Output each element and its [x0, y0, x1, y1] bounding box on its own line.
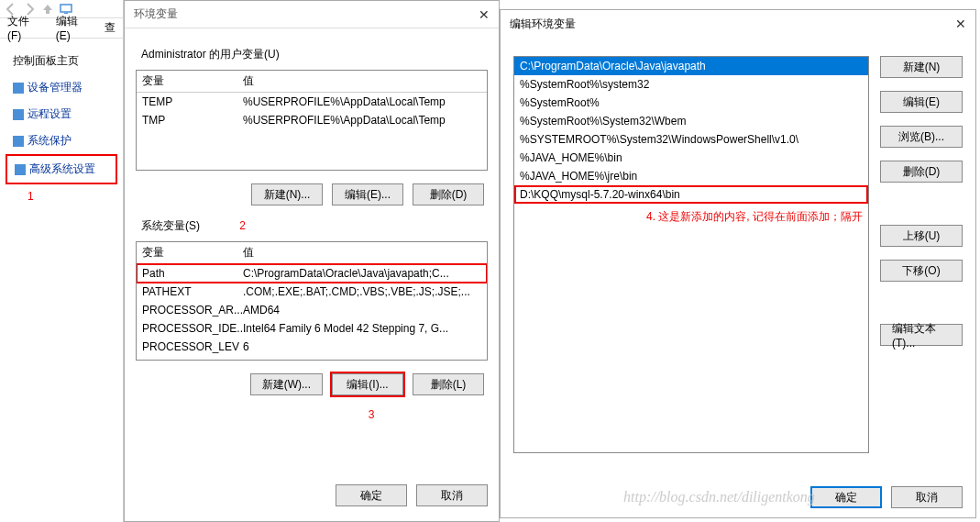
- svg-rect-0: [61, 5, 72, 12]
- list-item[interactable]: %JAVA_HOME%\bin: [514, 149, 868, 167]
- col-variable[interactable]: 变量: [137, 242, 237, 263]
- menu-view[interactable]: 查: [101, 18, 119, 38]
- dialog-title: 环境变量: [134, 6, 178, 22]
- cancel-button[interactable]: 取消: [891, 486, 963, 508]
- table-row[interactable]: PROCESSOR_IDE...Intel64 Family 6 Model 4…: [137, 319, 487, 338]
- side-links: 控制面板主页 设备管理器 远程设置 系统保护 高级系统设置 1: [0, 39, 123, 212]
- list-item[interactable]: %SYSTEMROOT%\System32\WindowsPowerShell\…: [514, 130, 868, 149]
- col-value[interactable]: 值: [237, 71, 487, 92]
- user-new-button[interactable]: 新建(N)...: [251, 183, 323, 205]
- system-vars-label: 系统变量(S) 2: [141, 218, 488, 234]
- col-variable[interactable]: 变量: [137, 71, 237, 92]
- move-up-button[interactable]: 上移(U): [880, 225, 963, 247]
- browse-button[interactable]: 浏览(B)...: [880, 126, 963, 148]
- dialog-title: 编辑环境变量: [510, 17, 576, 32]
- path-list[interactable]: C:\ProgramData\Oracle\Java\javapath %Sys…: [513, 56, 869, 453]
- ok-button[interactable]: 确定: [810, 486, 882, 508]
- side-buttons: 新建(N) 编辑(E) 浏览(B)... 删除(D) 上移(U) 下移(O) 编…: [880, 56, 963, 453]
- link-advanced-settings[interactable]: 高级系统设置: [6, 154, 117, 184]
- table-row-path[interactable]: PathC:\ProgramData\Oracle\Java\javapath;…: [137, 264, 487, 283]
- link-remote-settings[interactable]: 远程设置: [6, 101, 117, 128]
- close-icon[interactable]: ✕: [955, 17, 966, 31]
- link-device-manager[interactable]: 设备管理器: [6, 74, 117, 101]
- dialog-title-bar: 环境变量 ✕: [125, 1, 499, 28]
- sys-new-button[interactable]: 新建(W)...: [250, 373, 323, 395]
- list-item[interactable]: %SystemRoot%\system32: [514, 75, 868, 94]
- table-row[interactable]: PROCESSOR_LEV6: [137, 338, 487, 356]
- shield-icon: [13, 83, 24, 94]
- annotation-1: 1: [6, 190, 117, 203]
- sys-edit-button[interactable]: 编辑(I)...: [332, 373, 403, 395]
- close-icon[interactable]: ✕: [479, 7, 490, 22]
- system-vars-list[interactable]: 变量 值 PathC:\ProgramData\Oracle\Java\java…: [136, 241, 488, 361]
- sys-delete-button[interactable]: 删除(L): [413, 373, 484, 395]
- user-vars-list[interactable]: 变量 值 TEMP%USERPROFILE%\AppData\Local\Tem…: [136, 70, 488, 171]
- user-vars-label: Administrator 的用户变量(U): [141, 47, 488, 62]
- list-item[interactable]: C:\ProgramData\Oracle\Java\javapath: [514, 57, 868, 75]
- ok-button[interactable]: 确定: [336, 484, 407, 506]
- user-delete-button[interactable]: 删除(D): [413, 183, 484, 205]
- table-row[interactable]: TEMP%USERPROFILE%\AppData\Local\Temp: [137, 93, 487, 111]
- shield-icon: [13, 136, 24, 147]
- menu-edit[interactable]: 编辑(E): [52, 12, 95, 44]
- edit-button[interactable]: 编辑(E): [880, 91, 963, 113]
- table-row[interactable]: PATHEXT.COM;.EXE;.BAT;.CMD;.VBS;.VBE;.JS…: [137, 283, 487, 301]
- list-item[interactable]: %SystemRoot%\System32\Wbem: [514, 112, 868, 130]
- cancel-button[interactable]: 取消: [416, 484, 488, 506]
- menu-bar: 文件(F) 编辑(E) 查: [0, 18, 123, 39]
- col-value[interactable]: 值: [237, 242, 487, 263]
- new-button[interactable]: 新建(N): [880, 56, 963, 78]
- table-row[interactable]: PROCESSOR_AR...AMD64: [137, 301, 487, 319]
- annotation-4: 4. 这是新添加的内容, 记得在前面添加；隔开: [514, 204, 868, 230]
- delete-button[interactable]: 删除(D): [880, 161, 963, 183]
- explorer-sidebar: 文件(F) 编辑(E) 查 控制面板主页 设备管理器 远程设置 系统保护 高级系…: [0, 0, 124, 522]
- annotation-2: 2: [239, 219, 246, 232]
- list-item[interactable]: %SystemRoot%: [514, 94, 868, 112]
- shield-icon: [13, 109, 24, 120]
- menu-file[interactable]: 文件(F): [4, 12, 47, 44]
- list-header: 变量 值: [137, 71, 487, 93]
- edit-env-dialog: 编辑环境变量 ✕ C:\ProgramData\Oracle\Java\java…: [500, 9, 976, 518]
- table-row[interactable]: TMP%USERPROFILE%\AppData\Local\Temp: [137, 111, 487, 129]
- move-down-button[interactable]: 下移(O): [880, 260, 963, 282]
- annotation-3: 3: [255, 408, 488, 421]
- link-system-protection[interactable]: 系统保护: [6, 128, 117, 154]
- edit-text-button[interactable]: 编辑文本(T)...: [880, 324, 963, 346]
- list-item[interactable]: %JAVA_HOME%\jre\bin: [514, 167, 868, 185]
- dialog-title-bar: 编辑环境变量 ✕: [501, 10, 975, 38]
- link-control-panel-home[interactable]: 控制面板主页: [6, 48, 117, 74]
- env-variables-dialog: 环境变量 ✕ Administrator 的用户变量(U) 变量 值 TEMP%…: [124, 0, 500, 522]
- list-item-new[interactable]: D:\KQQ\mysql-5.7.20-winx64\bin: [514, 185, 868, 204]
- list-header: 变量 值: [137, 242, 487, 264]
- user-edit-button[interactable]: 编辑(E)...: [332, 183, 403, 205]
- shield-icon: [15, 164, 26, 175]
